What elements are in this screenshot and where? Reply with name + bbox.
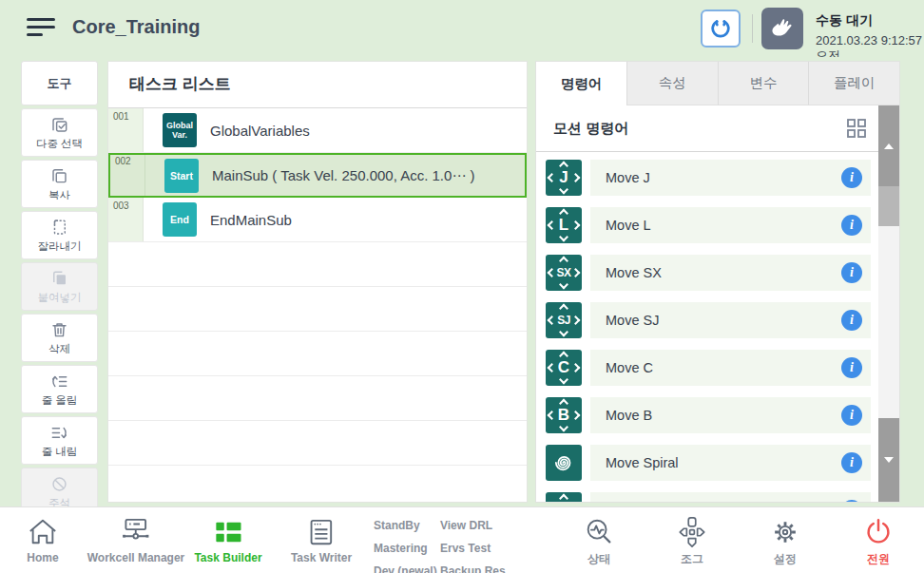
task-row-globalvariables[interactable]: 001 Global Var. GlobalVariables [108,108,527,153]
tab-variables[interactable]: 변수 [718,62,809,105]
sidebar-button-comment[interactable]: 주석 [21,468,98,506]
scroll-down-button[interactable] [878,418,899,502]
task-row-empty[interactable] [108,332,527,376]
hamburger-menu-icon[interactable] [27,18,55,41]
command-row[interactable]: Move J i [590,160,871,196]
nav-power[interactable]: 전원 [863,514,894,567]
task-row-empty[interactable] [108,242,527,287]
command-label: Move C [606,360,653,375]
menu-item-standby[interactable]: StandBy [374,514,437,537]
sidebar-label: 줄 올림 [42,393,78,408]
sidebar-label: 삭제 [48,342,70,356]
nav-label: 상태 [587,551,610,567]
jog-pad-icon [677,514,707,550]
nav-jog[interactable]: 조그 [677,514,707,567]
sidebar-button-line-down[interactable]: 줄 내림 [21,416,98,465]
row-number: 001 [108,108,144,152]
move-c-icon: C [546,350,582,386]
nav-task-builder[interactable]: Task Builder [194,514,261,564]
command-item-move-l: L Move L i [546,207,878,243]
nav-home[interactable]: Home [26,514,60,564]
tab-play[interactable]: 플레이 [808,62,899,105]
tab-commands[interactable]: 명령어 [536,62,626,105]
scrollbar-thumb[interactable] [878,186,899,226]
command-label: Move SJ [606,313,659,328]
info-icon[interactable]: i [841,167,862,188]
nav-label: 설정 [774,551,797,567]
menu-item-view-drl[interactable]: View DRL [440,514,515,537]
tab-properties[interactable]: 속성 [626,62,718,105]
scroll-up-button[interactable] [878,105,899,186]
command-row[interactable]: Move Spiral i [590,445,871,481]
info-icon[interactable]: i [841,500,862,502]
start-badge: Start [164,159,199,193]
task-row-mainsub-selected[interactable]: 002 Start MainSub ( Task Vel. 250.000, A… [108,153,527,198]
top-bar: Core_Training 수동 대기 2021.03.23 9:12:57 오… [0,0,924,57]
menu-item-mastering[interactable]: Mastering [374,537,437,560]
menu-item-ervs-test[interactable]: Ervs Test [440,537,515,560]
sidebar-label: 줄 내림 [42,445,78,459]
command-row[interactable]: Move SJ i [590,302,871,338]
nav-task-writer[interactable]: Task Writer [291,514,352,564]
sidebar-button-multi-select[interactable]: 다중 선택 [21,108,98,157]
mode-label: 수동 대기 [816,12,924,29]
info-icon[interactable]: i [841,405,862,426]
sidebar-button-copy[interactable]: 복사 [21,160,98,208]
grid-view-icon[interactable] [846,118,867,139]
command-row[interactable]: Move L i [590,207,871,243]
command-panel: 명령어 속성 변수 플레이 모션 명령어 [535,61,900,503]
sidebar-button-cut[interactable]: 잘라내기 [21,211,98,259]
task-row-empty[interactable] [108,466,527,503]
info-icon[interactable]: i [841,215,862,236]
menu-item-dev-newal[interactable]: Dev (newal) [374,560,437,573]
command-item-move-j: J Move J i [546,160,878,196]
sidebar-button-delete[interactable]: 삭제 [21,314,98,362]
command-row[interactable]: Move B i [590,397,871,433]
tools-sidebar: 도구 다중 선택 복사 [21,61,98,506]
command-row[interactable]: Move C i [590,350,871,386]
home-icon [26,514,60,550]
nav-status[interactable]: 상태 [583,514,615,567]
section-title: 모션 명령어 [553,120,846,138]
command-item-move-b: B Move B i [546,397,878,433]
info-icon[interactable]: i [841,262,862,283]
sidebar-button-line-up[interactable]: 줄 올림 [21,365,98,413]
sidebar-label: 주석 [48,496,70,506]
app-root: Core_Training 수동 대기 2021.03.23 9:12:57 오… [0,0,924,573]
tools-header: 도구 [21,61,98,105]
triangle-down-icon [884,457,894,463]
info-icon[interactable]: i [841,310,862,331]
task-list-panel: 태스크 리스트 001 Global Var. GlobalVariables … [107,61,528,503]
task-row-empty[interactable] [108,421,527,466]
command-row[interactable]: i [590,492,871,502]
row-number: 002 [110,155,145,196]
status-monitor-icon [583,514,615,550]
command-list-scrollbar[interactable] [878,105,899,502]
command-row[interactable]: Move SX i [590,255,871,291]
menu-item-backup-res[interactable]: Backup Res... [440,560,515,573]
task-row-label: EndMainSub [210,212,292,228]
task-row-empty[interactable] [108,287,527,332]
command-label: Move J [606,170,650,185]
sidebar-label: 다중 선택 [36,137,83,151]
line-up-icon [48,371,70,392]
command-label: Move B [606,408,652,423]
nav-label: Task Writer [291,551,352,564]
task-row-empty[interactable] [108,376,527,421]
task-row-endmainsub[interactable]: 003 End EndMainSub [108,198,527,242]
task-builder-icon [213,514,243,550]
info-icon[interactable]: i [841,357,862,378]
move-spiral-icon [546,445,582,481]
info-icon[interactable]: i [841,452,862,473]
paste-icon [48,268,70,290]
move-l-icon: L [546,207,582,243]
sidebar-label: 붙여넣기 [38,291,82,305]
sidebar-label: 복사 [48,188,70,202]
move-b-icon: B [546,397,582,433]
command-item-move-spiral: Move Spiral i [546,445,878,481]
nav-settings[interactable]: 설정 [769,514,801,567]
sidebar-button-paste[interactable]: 붙여넣기 [21,262,98,311]
servo-reset-button[interactable] [701,10,741,48]
nav-workcell-manager[interactable]: Workcell Manager [87,514,184,564]
globalvar-badge: Global Var. [163,113,197,147]
